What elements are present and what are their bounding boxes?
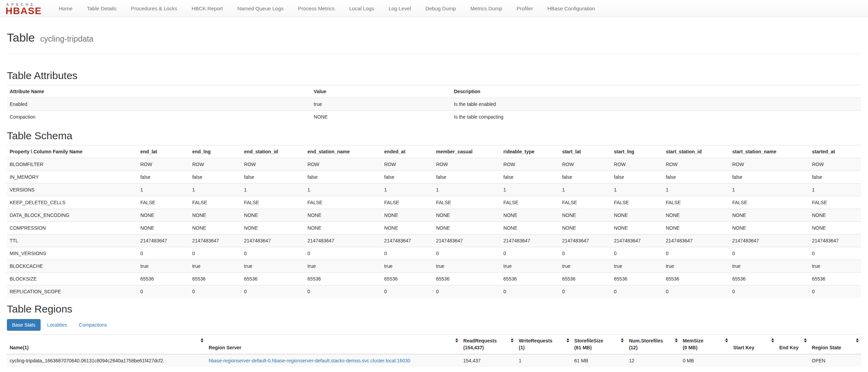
- navbar-item: Named Queue Logs: [230, 0, 291, 17]
- schema-value-cell: ROW: [809, 158, 861, 171]
- regions-column-header-mem_size[interactable]: MemSize(0 MB): [680, 335, 730, 354]
- schema-value-cell: false: [501, 171, 560, 184]
- schema-value-cell: true: [189, 260, 241, 273]
- navbar-item: Debug Dump: [418, 0, 463, 17]
- schema-value-cell: FALSE: [381, 196, 433, 209]
- regions-column-label: StorefileSize: [574, 337, 618, 344]
- schema-property-name-cell: TTL: [7, 234, 138, 247]
- schema-column-family-header: start_lat: [559, 145, 611, 158]
- schema-property-row: BLOOMFILTERROWROWROWROWROWROWROWROWROWRO…: [7, 158, 861, 171]
- regions-column-label: Name(1): [10, 344, 198, 351]
- sort-up-arrow: [567, 338, 569, 340]
- sort-up-arrow: [804, 338, 807, 340]
- regions-column-label: End Key: [779, 344, 801, 351]
- navbar-link-home[interactable]: Home: [52, 0, 80, 17]
- attribute-description-cell: Is the table enabled: [451, 98, 861, 111]
- regions-column-header-end_key[interactable]: End Key: [776, 335, 809, 354]
- regions-tabs: Base StatsLocalitiesCompactions: [7, 319, 861, 331]
- schema-column-family-header: start_station_name: [729, 145, 809, 158]
- sort-up-arrow: [675, 338, 678, 340]
- navbar-item: Log Level: [381, 0, 418, 17]
- navbar-link-metrics-dump[interactable]: Metrics Dump: [463, 0, 510, 17]
- schema-value-cell: 65536: [189, 273, 241, 285]
- schema-value-cell: 0: [189, 247, 241, 260]
- schema-value-cell: NONE: [433, 209, 501, 222]
- regions-column-header-name[interactable]: Name(1): [7, 335, 206, 354]
- attributes-column-header: Attribute Name: [7, 85, 311, 98]
- region-row: cycling-tripdata,,1663687070640.06131c80…: [7, 354, 861, 367]
- sort-down-arrow: [771, 341, 774, 342]
- schema-value-cell: NONE: [138, 222, 190, 234]
- schema-value-cell: 1: [138, 184, 190, 196]
- schema-property-row: IN_MEMORYfalsefalsefalsefalsefalsefalsef…: [7, 171, 861, 184]
- navbar-link-profiler[interactable]: Profiler: [509, 0, 540, 17]
- regions-column-header-region_server[interactable]: Region Server: [206, 335, 461, 354]
- regions-column-header-num_storefiles[interactable]: Num.Storefiles(12): [626, 335, 680, 354]
- schema-value-cell: NONE: [305, 209, 381, 222]
- page-header: Table cycling-tripdata: [7, 17, 861, 54]
- regions-column-header-start_key[interactable]: Start Key: [730, 335, 776, 354]
- schema-value-cell: 65536: [559, 273, 611, 285]
- navbar-link-local-logs[interactable]: Local Logs: [342, 0, 381, 17]
- sort-icon: [455, 338, 458, 342]
- schema-value-cell: 1: [729, 184, 809, 196]
- schema-value-cell: NONE: [381, 209, 433, 222]
- schema-value-cell: 65536: [809, 273, 861, 285]
- schema-property-name-cell: COMPRESSION: [7, 222, 138, 234]
- sort-up-arrow: [725, 338, 728, 340]
- regions-column-header-write_requests[interactable]: WriteRequests(1): [516, 335, 571, 354]
- region-storefile-size-cell: 61 MB: [572, 354, 626, 367]
- schema-value-cell: 2147483647: [241, 234, 305, 247]
- schema-value-cell: NONE: [501, 222, 560, 234]
- schema-value-cell: 1: [663, 184, 729, 196]
- schema-property-row: BLOCKCACHEtruetruetruetruetruetruetruetr…: [7, 260, 861, 273]
- schema-value-cell: FALSE: [138, 196, 190, 209]
- navbar-menu: HomeTable DetailsProcedures & LocksHBCK …: [52, 0, 602, 17]
- navbar-link-procedures-locks[interactable]: Procedures & Locks: [124, 0, 184, 17]
- sort-up-arrow: [621, 338, 624, 340]
- schema-value-cell: false: [241, 171, 305, 184]
- regions-column-label: ReadRequests: [463, 337, 508, 344]
- schema-value-cell: 2147483647: [189, 234, 241, 247]
- schema-column-family-header: member_casual: [433, 145, 501, 158]
- schema-value-cell: ROW: [433, 158, 501, 171]
- navbar-link-process-metrics[interactable]: Process Metrics: [291, 0, 342, 17]
- hbase-logo[interactable]: APACHE HBASE: [6, 2, 42, 15]
- regions-column-header-storefile_size[interactable]: StorefileSize(61 MB): [572, 335, 626, 354]
- schema-value-cell: 0: [729, 247, 809, 260]
- schema-value-cell: NONE: [381, 222, 433, 234]
- regions-column-header-read_requests[interactable]: ReadRequests(154,437): [461, 335, 516, 354]
- schema-value-cell: NONE: [559, 209, 611, 222]
- navbar-link-log-level[interactable]: Log Level: [381, 0, 418, 17]
- regions-tab-localities[interactable]: Localities: [42, 319, 72, 331]
- navbar-link-debug-dump[interactable]: Debug Dump: [418, 0, 463, 17]
- schema-value-cell: true: [241, 260, 305, 273]
- schema-value-cell: ROW: [663, 158, 729, 171]
- regions-tab-base-stats[interactable]: Base Stats: [7, 319, 41, 331]
- regions-tab-compactions[interactable]: Compactions: [74, 319, 112, 331]
- navbar-link-table-details[interactable]: Table Details: [80, 0, 124, 17]
- sort-up-arrow: [771, 338, 774, 340]
- sort-icon: [856, 338, 859, 342]
- attribute-name-cell: Compaction: [7, 111, 311, 123]
- schema-value-cell: true: [559, 260, 611, 273]
- navbar-link-hbase-configuration[interactable]: HBase Configuration: [540, 0, 602, 17]
- schema-value-cell: true: [729, 260, 809, 273]
- schema-value-cell: 0: [189, 285, 241, 298]
- navbar-link-hbck-report[interactable]: HBCK Report: [184, 0, 230, 17]
- schema-value-cell: NONE: [241, 209, 305, 222]
- schema-property-name-cell: BLOOMFILTER: [7, 158, 138, 171]
- sort-down-arrow: [856, 341, 859, 342]
- schema-value-cell: NONE: [189, 209, 241, 222]
- regions-column-label: Start Key: [733, 344, 768, 351]
- sort-down-arrow: [201, 341, 203, 342]
- sort-down-arrow: [725, 341, 728, 342]
- regions-column-header-region_state[interactable]: Region State: [809, 335, 861, 354]
- attribute-row: CompactionNONEIs the table compacting: [7, 111, 861, 123]
- schema-value-cell: FALSE: [611, 196, 663, 209]
- schema-property-name-cell: DATA_BLOCK_ENCODING: [7, 209, 138, 222]
- sort-icon: [567, 338, 569, 342]
- region-server-link[interactable]: hbase-regionserver-default-0.hbase-regio…: [209, 358, 410, 363]
- schema-value-cell: true: [501, 260, 560, 273]
- navbar-link-named-queue-logs[interactable]: Named Queue Logs: [230, 0, 291, 17]
